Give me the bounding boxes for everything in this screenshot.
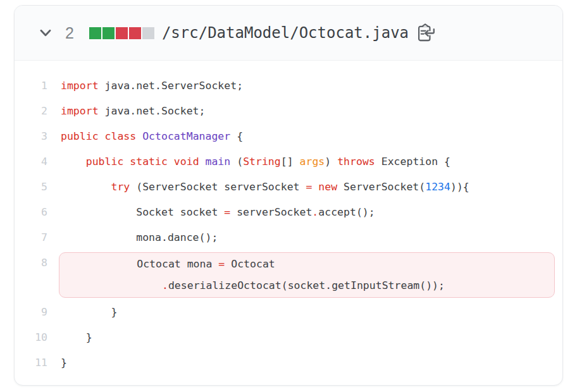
code-token: Exception { (375, 156, 450, 168)
code-token (136, 130, 142, 142)
line-number: 9 (15, 300, 47, 325)
diff-block-green (102, 27, 115, 39)
code-line: 1import java.net.ServerSocket; (15, 73, 562, 99)
clipboard-paste-icon[interactable] (415, 23, 435, 43)
code-token: (ServerSocket serverSocket (130, 181, 306, 193)
code-token: Octocat mona (61, 258, 218, 270)
code-token: mona.dance(); (61, 231, 218, 243)
diff-block-red (129, 27, 141, 39)
code-token: OctocatManager (142, 130, 230, 142)
code-line: 11} (15, 350, 562, 376)
code-token: accept(); (318, 206, 375, 218)
code-token: . (162, 279, 168, 291)
code-text: } (47, 325, 92, 350)
code-text: try (ServerSocket serverSocket = new Ser… (47, 175, 469, 200)
code-text: mona.dance(); (47, 225, 218, 250)
chevron-down-icon[interactable] (37, 25, 54, 41)
line-number: 1 (15, 73, 47, 99)
line-number: 5 (15, 175, 47, 200)
code-text: public static void main (String[] args) … (47, 149, 450, 175)
code-token: import (61, 80, 99, 92)
code-token: ServerSocket( (337, 181, 425, 193)
code-line: 4 public static void main (String[] args… (15, 149, 562, 175)
code-token: new (318, 181, 337, 193)
code-text: } (47, 300, 117, 325)
code-token: . (312, 206, 318, 218)
code-token: try (111, 181, 130, 193)
code-token: )){ (450, 181, 469, 193)
code-line: 9 } (15, 300, 562, 325)
code-token (312, 181, 318, 193)
code-token (61, 181, 111, 193)
code-token: { (230, 130, 243, 142)
code-line-highlighted: 8 Octocat mona = Octocat .deserializeOct… (15, 250, 562, 300)
code-text: .deserializeOctocat(socket.getInputStrea… (61, 275, 554, 297)
line-number: 6 (15, 200, 47, 225)
code-line: 5 try (ServerSocket serverSocket = new S… (15, 175, 562, 200)
code-line: 2import java.net.Socket; (15, 99, 562, 124)
code-text: public class OctocatManager { (47, 124, 243, 149)
code-text: import java.net.Socket; (47, 99, 206, 124)
code-token: } (61, 306, 117, 318)
line-number: 7 (15, 225, 47, 250)
code-line: 6 Socket socket = serverSocket.accept(); (15, 200, 562, 225)
code-token: throws (337, 156, 375, 168)
code-token: java.net.Socket; (99, 105, 206, 117)
code-token: serverSocket (230, 206, 312, 218)
code-token: String (243, 156, 281, 168)
line-number: 2 (15, 99, 47, 124)
code-line: 7 mona.dance(); (15, 225, 562, 250)
line-number: 10 (15, 325, 47, 350)
code-token: public class (61, 130, 136, 142)
code-token: args (300, 156, 325, 168)
code-token: } (61, 331, 92, 343)
diff-block-gray (142, 27, 154, 39)
code-token: 1234 (425, 181, 450, 193)
line-number: 8 (15, 250, 47, 276)
code-token: Socket socket (61, 206, 224, 218)
code-token: import (61, 105, 99, 117)
diff-block-red (116, 27, 128, 39)
code-text: import java.net.ServerSocket; (47, 73, 243, 99)
code-token: } (61, 357, 67, 369)
diff-stat-blocks (89, 27, 156, 39)
change-count: 2 (65, 24, 74, 42)
code-text: } (47, 350, 67, 376)
error-highlight-box: Octocat mona = Octocat .deserializeOctoc… (59, 252, 555, 298)
code-token: ) (325, 156, 337, 168)
code-token: public static void (86, 156, 199, 168)
line-number: 3 (15, 124, 47, 149)
code-token: = (306, 181, 312, 193)
code-token: [] (281, 156, 300, 168)
code-line: 10 } (15, 325, 562, 350)
code-block: 1import java.net.ServerSocket;2import ja… (15, 61, 562, 382)
code-token: = (224, 206, 230, 218)
code-text: Octocat mona = Octocat (61, 254, 554, 275)
code-token (199, 156, 206, 168)
code-token (61, 279, 162, 291)
code-token: java.net.ServerSocket; (99, 80, 243, 92)
code-token: ( (230, 156, 243, 168)
code-token: = (218, 258, 225, 270)
file-header: 2 /src/DataModel/Octocat.java (15, 6, 562, 61)
diff-block-green (89, 27, 101, 39)
line-number: 4 (15, 149, 47, 175)
code-text: Socket socket = serverSocket.accept(); (47, 200, 375, 225)
code-token: main (206, 156, 231, 168)
code-token (61, 156, 86, 168)
code-token: Octocat (225, 258, 275, 270)
file-diff-card: 2 /src/DataModel/Octocat.java 1import ja… (14, 5, 563, 386)
code-line: 3public class OctocatManager { (15, 124, 562, 149)
file-path: /src/DataModel/Octocat.java (162, 24, 409, 42)
code-token: deserializeOctocat(socket.getInputStream… (168, 279, 445, 291)
line-number: 11 (15, 350, 47, 376)
